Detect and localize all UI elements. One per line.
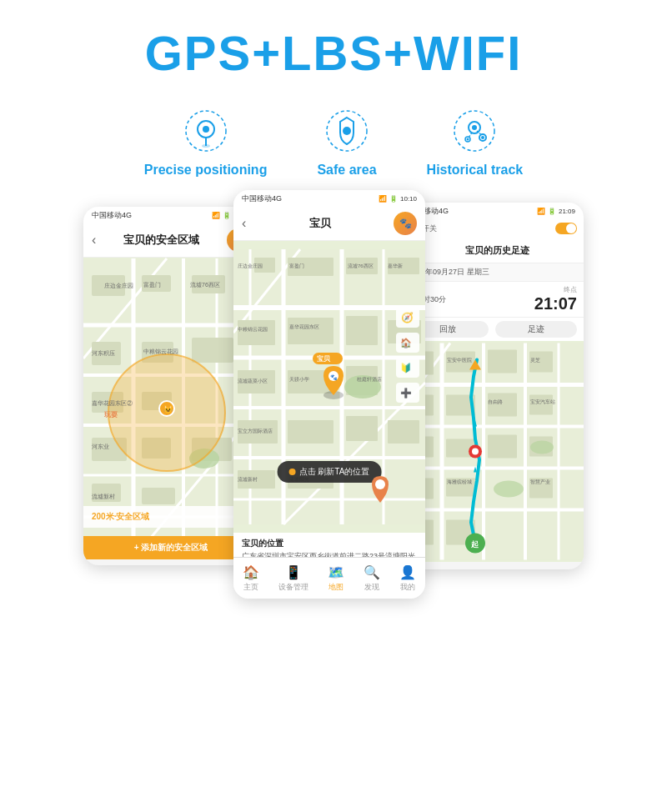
tab-discover-label: 发现 (364, 582, 379, 593)
svg-rect-74 (288, 420, 334, 444)
svg-point-3 (202, 144, 210, 148)
tab-device-label: 设备管理 (278, 582, 308, 593)
svg-text:流墟76西区: 流墟76西区 (348, 263, 374, 268)
svg-rect-126 (488, 435, 517, 459)
phone-safe-area-screen: 中国移动4G 📶🔋 10:10 ‹ 宝贝的安全区域 🐾 (83, 207, 258, 565)
tab-device[interactable]: 📱 设备管理 (278, 564, 308, 593)
svg-text:宝贝: 宝贝 (317, 354, 331, 363)
endpoint-label: 终点 (534, 285, 577, 294)
svg-rect-29 (192, 338, 233, 363)
svg-text:宝安汽车站: 宝安汽车站 (530, 398, 555, 404)
tab-me[interactable]: 👤 我的 (399, 564, 416, 593)
tab-discover[interactable]: 🔍 发现 (364, 564, 380, 593)
back-arrow-mid[interactable]: ‹ (242, 216, 246, 231)
back-arrow-left[interactable]: ‹ (92, 233, 96, 248)
svg-text:嘉华花园东区②: 嘉华花园东区② (92, 400, 133, 406)
svg-text:中粮锦云花园: 中粮锦云花园 (143, 348, 178, 354)
svg-point-8 (472, 125, 477, 130)
status-bar-left: 中国移动4G 📶🔋 10:10 (83, 207, 258, 223)
svg-point-12 (467, 138, 469, 141)
svg-point-149 (472, 449, 479, 455)
status-bar-right: 中国移动4G 📶🔋 21:09 (400, 203, 584, 219)
endpoint-time: 21:07 (534, 294, 577, 313)
svg-text:宝立方国际酒店: 宝立方国际酒店 (238, 428, 273, 434)
safe-zone-text: 200米·安全区域 (92, 511, 149, 523)
date-label: 2017年09月27日 星期三 (400, 263, 584, 282)
svg-text:庄边金庄园: 庄边金庄园 (104, 283, 133, 288)
svg-point-105 (375, 479, 385, 489)
svg-text:海雅缤纷城: 海雅缤纷城 (447, 479, 472, 484)
tab-home[interactable]: 🏠 主页 (243, 564, 259, 593)
svg-rect-66 (238, 320, 275, 345)
svg-rect-67 (288, 318, 334, 344)
toggle-switch[interactable] (555, 223, 577, 234)
time-right: 21:09 (559, 208, 575, 215)
svg-text:自由路: 自由路 (488, 399, 503, 404)
carrier-mid: 中国移动4G (242, 193, 282, 204)
svg-point-134 (530, 441, 554, 454)
svg-text:🧭: 🧭 (401, 311, 414, 323)
map-svg-mid: 庄边金庄园 富盈门 流墟76西区 嘉华新 中粮锦云花园 嘉华花园东区 流墟蔬菜小… (233, 241, 425, 533)
svg-text:流墟76西区: 流墟76西区 (190, 282, 220, 288)
svg-point-10 (481, 136, 484, 139)
phone-left-header: ‹ 宝贝的安全区域 🐾 (83, 223, 258, 258)
svg-rect-118 (488, 350, 517, 373)
svg-text:中粮锦云花园: 中粮锦云花园 (238, 327, 268, 332)
tab-home-label: 主页 (243, 582, 258, 593)
svg-text:天骄小学: 天骄小学 (289, 377, 309, 382)
phone-mid-header: ‹ 宝贝 🐾 (233, 207, 425, 241)
track-btn[interactable]: 足迹 (495, 321, 577, 338)
phone-mid-title: 宝贝 (253, 216, 387, 231)
svg-text:🔰: 🔰 (400, 362, 412, 373)
historical-track-label: Historical track (427, 163, 524, 178)
map-svg-right: 翻身 宝安中医院 灵芝 自由路 宝安汽车站 海雅缤纷城 智慧产业 新安 起 (400, 341, 584, 562)
device-icon: 📱 (285, 564, 302, 580)
feature-precise-positioning: Precise positioning (144, 106, 268, 178)
map-area-mid[interactable]: 庄边金庄园 富盈门 流墟76西区 嘉华新 中粮锦云花园 嘉华花园东区 流墟蔬菜小… (233, 241, 425, 533)
phone-right-screen: 中国移动4G 📶🔋 21:09 基站开关 ‹ 宝贝的历史足迹 2017年09月2… (400, 203, 584, 569)
avatar-mid: 🐾 (394, 212, 417, 235)
svg-point-133 (494, 481, 524, 498)
svg-text:宝安中医院: 宝安中医院 (447, 357, 472, 363)
svg-rect-36 (142, 488, 175, 504)
page-header: GPS+LBS+WIFI (0, 0, 667, 89)
feature-safe-area: Safe area (317, 106, 376, 178)
refresh-popup[interactable]: 点击 刷新TA的位置 (278, 461, 382, 483)
endpoint-panel: 终点 21:07 (534, 285, 577, 313)
map-area-right[interactable]: 翻身 宝安中医院 灵芝 自由路 宝安汽车站 海雅缤纷城 智慧产业 新安 起 (400, 341, 584, 562)
svg-text:庄边金庄园: 庄边金庄园 (238, 263, 263, 268)
svg-text:🏠: 🏠 (400, 337, 412, 348)
precise-positioning-icon (181, 106, 231, 156)
svg-text:智慧产业: 智慧产业 (530, 479, 550, 484)
svg-rect-122 (488, 393, 517, 417)
address-title: 宝贝的位置 (242, 538, 417, 549)
phone-safe-area: 中国移动4G 📶🔋 10:10 ‹ 宝贝的安全区域 🐾 (83, 207, 258, 565)
feature-historical-track: Historical track (427, 106, 524, 178)
tab-map[interactable]: 🗺️ 地图 (328, 564, 344, 593)
svg-rect-123 (529, 395, 553, 415)
svg-text:富盈门: 富盈门 (289, 263, 304, 268)
tab-map-label: 地图 (328, 582, 344, 593)
map-icon: 🗺️ (328, 564, 344, 580)
svg-point-6 (454, 111, 494, 151)
phone-left-title: 宝贝的安全区域 (103, 233, 220, 248)
svg-point-5 (343, 127, 351, 135)
svg-rect-68 (346, 316, 378, 345)
discover-icon: 🔍 (364, 564, 380, 580)
right-header-toggle: 基站开关 (400, 219, 584, 238)
map-area-left[interactable]: 庄边金庄园 富盈门 流墟76西区 河东积压 中粮锦云花园 嘉华花园东区② 河东业… (83, 258, 258, 559)
phone-mid-screen: 中国移动4G 📶🔋 10:10 ‹ 宝贝 🐾 (233, 190, 425, 599)
svg-text:🐾: 🐾 (330, 373, 338, 381)
svg-text:流墟新村: 流墟新村 (92, 494, 115, 499)
svg-text:河东积压: 河东积压 (92, 350, 115, 356)
time-mid: 10:10 (400, 195, 417, 203)
svg-text:➕: ➕ (400, 387, 412, 398)
time-panel: 历时 10小时30分 终点 21:07 (400, 282, 584, 318)
historical-track-icon (449, 106, 499, 156)
add-safe-area-btn[interactable]: + 添加新的安全区域 (83, 536, 258, 559)
safe-zone-info: 200米·安全区域 (83, 506, 258, 528)
phone-right-title: 宝贝的历史足迹 (419, 244, 575, 257)
phone-precise-positioning: 中国移动4G 📶🔋 10:10 ‹ 宝贝 🐾 (233, 190, 425, 599)
safe-area-icon (322, 106, 372, 156)
status-icons-right: 📶🔋 21:09 (537, 208, 575, 215)
